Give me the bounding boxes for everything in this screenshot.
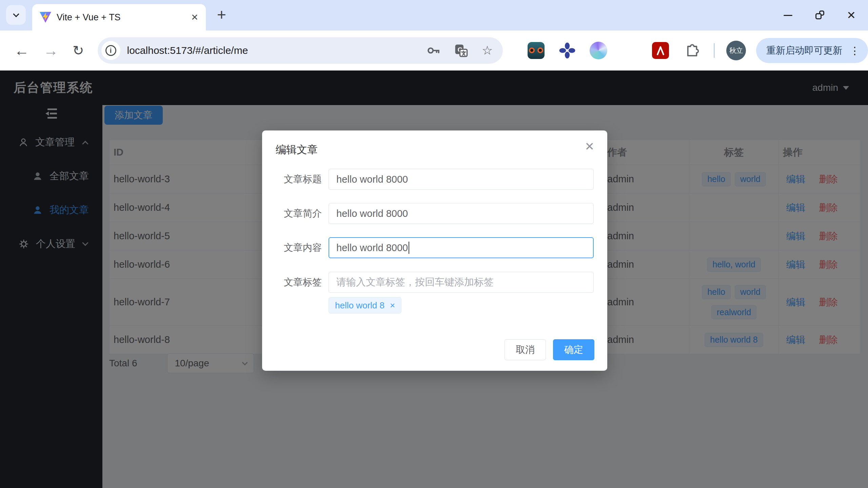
back-icon[interactable]: ←	[14, 43, 29, 58]
field-label: 文章标签	[262, 272, 322, 293]
field-label: 文章内容	[262, 237, 322, 258]
cancel-button[interactable]: 取消	[505, 339, 546, 360]
window-controls: ✕	[784, 0, 856, 30]
adobe-acrobat-icon[interactable]	[652, 42, 669, 59]
form-row-summary: 文章简介 hello world 8000	[262, 203, 607, 224]
toolbar-separator	[714, 43, 715, 58]
extensions-row	[527, 42, 700, 59]
url-text[interactable]: localhost:5173/#/article/me	[127, 45, 426, 56]
address-bar[interactable]: i localhost:5173/#/article/me G ☆	[98, 37, 503, 64]
window-close-icon[interactable]: ✕	[847, 10, 856, 21]
minimize-icon[interactable]	[784, 15, 792, 16]
form-row-title: 文章标题 hello world 8000	[262, 169, 607, 190]
dialog-close-icon[interactable]: ✕	[585, 141, 595, 152]
forward-icon[interactable]: →	[43, 43, 58, 58]
form-row-tags: 文章标签 请输入文章标签，按回车键添加标签	[262, 272, 607, 293]
info-icon: i	[105, 45, 116, 56]
new-tab-button[interactable]: +	[217, 5, 226, 24]
article-tags-input[interactable]: 请输入文章标签，按回车键添加标签	[329, 272, 594, 293]
extension-swirl-icon[interactable]	[590, 42, 607, 59]
tab-title: Vite + Vue + TS	[57, 12, 191, 23]
extension-skull-icon[interactable]	[527, 42, 545, 59]
site-info-button[interactable]: i	[101, 41, 120, 60]
page-viewport: 后台管理系统 admin	[0, 70, 868, 488]
article-title-input[interactable]: hello world 8000	[329, 169, 594, 190]
edit-article-dialog: 编辑文章 ✕ 文章标题 hello world 8000 文章简介 hello …	[262, 130, 607, 371]
relaunch-to-update-button[interactable]: 重新启动即可更新 ⋮	[756, 38, 868, 63]
profile-avatar[interactable]: 秋立	[726, 41, 746, 60]
browser-tab-strip: Vite + Vue + TS ✕ + ✕	[0, 0, 868, 30]
placeholder-text: 请输入文章标签，按回车键添加标签	[336, 276, 494, 289]
chevron-down-icon	[13, 11, 19, 17]
reload-icon[interactable]: ↻	[73, 44, 84, 57]
extensions-puzzle-icon[interactable]	[683, 42, 700, 59]
browser-tab[interactable]: Vite + Vue + TS ✕	[32, 4, 206, 30]
browser-menu-icon[interactable]: ⋮	[850, 45, 860, 57]
tag-remove-icon[interactable]: ×	[390, 300, 395, 311]
tab-close-icon[interactable]: ✕	[191, 13, 198, 22]
article-summary-input[interactable]: hello world 8000	[329, 203, 594, 224]
confirm-button[interactable]: 确定	[553, 339, 594, 360]
extension-clover-icon[interactable]	[558, 42, 576, 59]
form-row-content: 文章内容 hello world 8000	[262, 237, 607, 258]
article-content-input[interactable]: hello world 8000	[329, 237, 594, 258]
field-label: 文章简介	[262, 203, 322, 224]
restore-icon[interactable]	[815, 11, 824, 19]
translate-icon[interactable]: G	[454, 43, 468, 58]
bookmark-star-icon[interactable]: ☆	[482, 44, 493, 57]
field-label: 文章标题	[262, 169, 322, 190]
vite-logo-icon	[40, 12, 51, 23]
dialog-title: 编辑文章	[276, 143, 318, 157]
tab-search-button[interactable]	[6, 5, 26, 25]
tag-chip: hello world 8 ×	[329, 297, 401, 313]
extension-color-grid-icon[interactable]	[621, 42, 638, 59]
password-key-icon[interactable]	[426, 43, 440, 58]
browser-toolbar: ← → ↻ i localhost:5173/#/article/me G ☆	[0, 30, 868, 70]
text-caret	[409, 242, 409, 254]
